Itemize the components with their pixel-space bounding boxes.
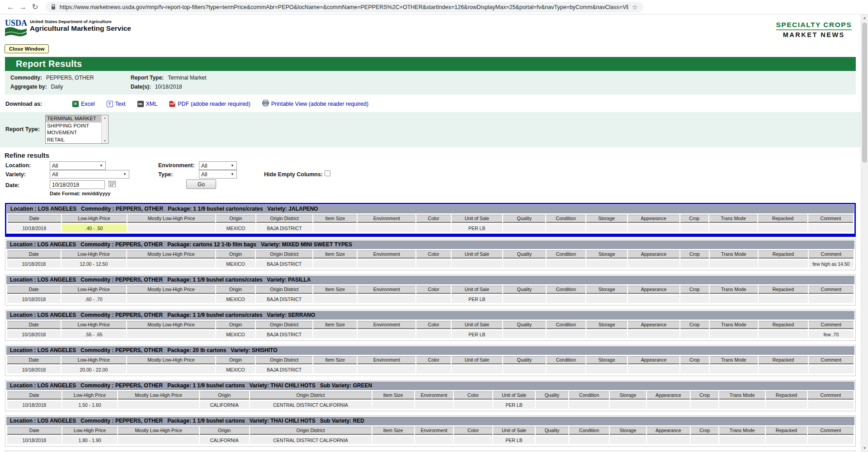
back-icon[interactable]: ← xyxy=(5,3,17,12)
listbox-scrollbar[interactable]: ▲ ▼ xyxy=(101,115,108,143)
report-type-listbox[interactable]: TERMINAL MARKETSHIPPING POINTMOVEMENTRET… xyxy=(45,115,108,144)
download-xml-link[interactable]: XMLXML xyxy=(137,101,158,107)
table-cell xyxy=(416,295,450,303)
table-cell xyxy=(536,436,568,444)
table-cell xyxy=(569,436,609,444)
calendar-icon[interactable] xyxy=(108,180,116,188)
download-pdf-link[interactable]: PDFPDF (adobe reader required) xyxy=(169,101,250,107)
table-cell xyxy=(416,260,450,268)
report-type-option[interactable]: SHIPPING POINT xyxy=(46,122,101,130)
table-row[interactable]: 10/18/2018.55 - .65MEXICOBAJA DISTRICTPE… xyxy=(7,330,854,338)
page-scrollbar[interactable]: ▲ ▼ xyxy=(861,14,868,452)
column-header: Appearance xyxy=(628,250,679,259)
table-cell: 1.80 - 1.90 xyxy=(62,436,118,444)
table-cell xyxy=(313,260,357,268)
column-header: Origin District xyxy=(256,286,312,294)
close-window-button[interactable]: Close Window xyxy=(5,44,49,53)
environment-select[interactable]: All▼ xyxy=(199,161,237,170)
table-cell xyxy=(503,224,546,232)
download-link-label: PDF (adobe reader required) xyxy=(178,101,250,107)
table-cell xyxy=(759,260,807,268)
column-header: Unit of Sale xyxy=(452,215,502,223)
table-row[interactable]: 10/18/2018.60 - .70MEXICOBAJA DISTRICTPE… xyxy=(7,295,854,303)
column-header: Unit of Sale xyxy=(452,321,502,329)
table-cell xyxy=(358,224,416,232)
hide-empty-columns-label: Hide Empty Columns: xyxy=(264,171,323,178)
column-header: Repacked xyxy=(759,286,807,294)
column-header: Environment xyxy=(415,391,453,400)
table-cell xyxy=(313,224,356,232)
column-header: Trans Mode xyxy=(710,286,758,294)
table-cell: BAJA DISTRICT xyxy=(256,260,312,268)
table-cell: CENTRAL DISTRICT CALIFORNIA xyxy=(250,401,372,409)
table-cell xyxy=(719,401,765,409)
table-cell: 10/18/2018 xyxy=(7,366,61,373)
hide-empty-columns-checkbox[interactable] xyxy=(325,170,330,176)
table-row[interactable]: 10/18/20181.50 - 1.60CALIFORNIACENTRAL D… xyxy=(7,401,854,409)
type-select[interactable]: All▼ xyxy=(199,170,237,179)
table-cell xyxy=(373,401,414,409)
scroll-down-icon[interactable]: ▼ xyxy=(102,139,108,142)
refresh-icon[interactable]: ↻ xyxy=(29,2,41,12)
table-cell: 10/18/2018 xyxy=(8,224,61,232)
table-cell xyxy=(416,366,450,373)
download-text-link[interactable]: TText xyxy=(107,101,126,107)
go-button[interactable]: Go xyxy=(186,179,216,189)
column-header: Appearance xyxy=(647,427,690,435)
column-header: Comment xyxy=(808,215,853,223)
page-body: USDA United States Department of Agricul… xyxy=(0,14,861,452)
dates-value: 10/18/2018 xyxy=(155,84,182,90)
download-excel-link[interactable]: XExcel xyxy=(72,101,95,107)
report-type-option[interactable]: TERMINAL MARKET xyxy=(46,115,101,122)
bookmark-star-icon[interactable]: ☆ xyxy=(632,3,638,11)
table-cell xyxy=(710,330,758,338)
variety-select[interactable]: All▼ xyxy=(50,170,129,179)
column-header: Storage xyxy=(586,286,627,294)
table-row[interactable]: 10/18/2018.40 - .50MEXICOBAJA DISTRICTPE… xyxy=(8,224,853,232)
table-row[interactable]: 10/18/201812.00 - 12.50MEXICOBAJA DISTRI… xyxy=(7,260,854,268)
column-header: Origin District xyxy=(256,321,312,329)
column-header: Origin xyxy=(216,215,255,223)
column-header: Storage xyxy=(586,250,627,259)
column-header: Appearance xyxy=(628,286,679,294)
column-header: Environment xyxy=(358,250,416,259)
table-cell xyxy=(628,260,679,268)
table-cell xyxy=(373,436,414,444)
table-title-bar: Location : LOS ANGELES Commodity : PEPPE… xyxy=(6,276,854,284)
table-cell xyxy=(416,224,450,232)
address-bar[interactable]: https://www.marketnews.usda.gov/mnp/fv-r… xyxy=(46,2,643,13)
column-header: Mostly Low-High Price xyxy=(127,250,215,259)
column-header: Quality xyxy=(503,356,546,364)
report-table: Location : LOS ANGELES Commodity : PEPPE… xyxy=(5,274,856,306)
download-printable-view-link[interactable]: Printable View (adobe reader required) xyxy=(262,100,368,108)
column-header: Crop xyxy=(691,427,718,435)
table-header-row: DateLow-High PriceMostly Low-High PriceO… xyxy=(7,321,854,329)
scroll-up-icon[interactable]: ▲ xyxy=(861,14,868,22)
report-type-option[interactable]: MOVEMENT xyxy=(46,129,101,137)
table-title-bar: Location : LOS ANGELES Commodity : PEPPE… xyxy=(6,346,854,355)
url-text[interactable]: https://www.marketnews.usda.gov/mnp/fv-r… xyxy=(60,4,628,10)
date-label: Date: xyxy=(5,182,19,188)
table-cell xyxy=(691,436,718,444)
report-type-option[interactable]: RETAIL xyxy=(46,137,101,144)
scrollbar-thumb[interactable] xyxy=(862,23,867,163)
table-cell xyxy=(759,330,807,338)
column-header: Mostly Low-High Price xyxy=(127,215,216,223)
table-cell xyxy=(808,224,853,232)
report-table: Location : LOS ANGELES Commodity : PEPPE… xyxy=(5,310,856,341)
table-cell: 20.00 - 22.00 xyxy=(61,366,126,373)
column-header: Item Size xyxy=(373,427,414,435)
scroll-up-icon[interactable]: ▲ xyxy=(102,116,108,119)
location-select[interactable]: All▼ xyxy=(50,161,106,170)
scroll-down-icon[interactable]: ▼ xyxy=(861,445,868,452)
report-table: Location : LOS ANGELES Commodity : PEPPE… xyxy=(5,380,856,411)
date-input[interactable] xyxy=(50,180,105,189)
table-row[interactable]: 10/18/20181.80 - 1.90CALIFORNIACENTRAL D… xyxy=(7,436,854,444)
table-row[interactable]: 10/18/201820.00 - 22.00MEXICOBAJA DISTRI… xyxy=(7,366,854,373)
column-header: Repacked xyxy=(766,391,807,400)
table-cell: CENTRAL DISTRICT CALIFORNIA xyxy=(250,436,372,444)
forward-icon[interactable]: → xyxy=(17,3,29,12)
column-header: Color xyxy=(454,391,492,400)
column-header: Date xyxy=(7,391,61,400)
agency-name-large: Agricultural Marketing Service xyxy=(30,24,131,33)
